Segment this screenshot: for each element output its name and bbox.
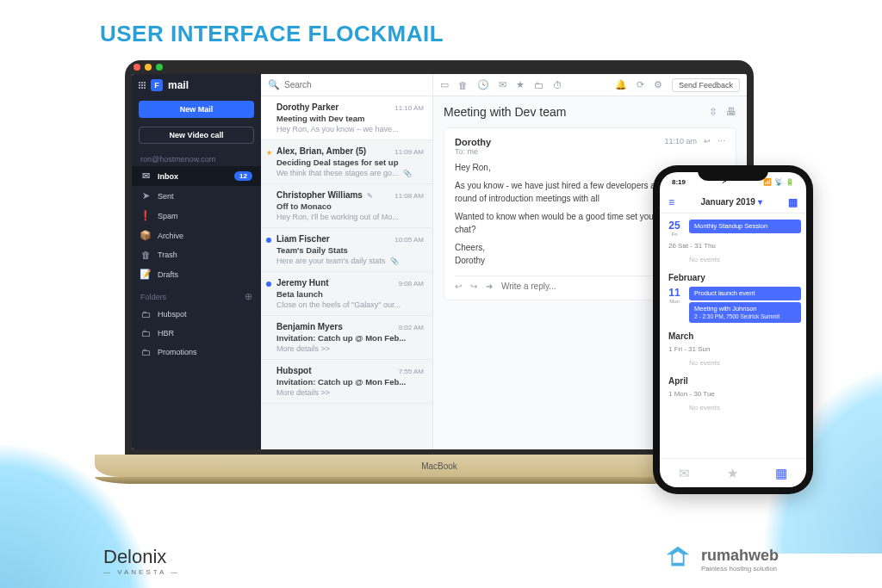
no-events-label: No events [660,252,806,269]
sent-icon: ➤ [140,190,151,201]
edit-icon: ✎ [365,192,373,200]
calendar-range: 1 Fri - 31 Sun [660,343,806,356]
rumahweb-icon [662,543,694,576]
signal-icon: 📶 [763,178,772,186]
bell-icon[interactable]: 🔔 [615,79,627,90]
no-events-label: No events [660,400,806,417]
expand-icon[interactable]: ⇳ [709,106,717,118]
star-icon: ★ [266,149,272,157]
message-item[interactable]: Dorothy Parker11:10 AM Meeting with Dev … [261,96,432,140]
no-events-label: No events [660,356,806,372]
trash-icon: 🗑 [140,250,151,260]
search-icon: 🔍 [268,79,280,90]
archive-icon: 📦 [140,230,151,241]
sidebar: F mail New Mail New Video call ron@hostm… [132,74,261,449]
message-time: 11:10 am [664,137,697,145]
reply-all-icon[interactable]: ↪ [470,282,477,291]
add-folder-icon[interactable]: ⊕ [245,291,252,302]
new-video-call-button[interactable]: New Video call [139,127,254,144]
phone-bottom-nav: ✉ ★ ▦ [660,458,806,487]
menu-icon[interactable]: ≡ [668,196,674,208]
calendar-range: 1 Mon - 30 Tue [660,387,806,400]
nav-star-icon[interactable]: ★ [727,466,738,481]
reply-icon[interactable]: ↩ [704,137,711,145]
sidebar-item-drafts[interactable]: 📝Drafts [132,264,261,284]
calendar-month-header: April [660,372,806,387]
attachment-icon: 📎 [388,257,398,265]
spam-icon: ❗ [140,210,151,221]
page-title: USER INTERFACE FLOCKMAIL [100,21,444,47]
clock-icon[interactable]: ⏱ [553,80,562,90]
wifi-icon: 📡 [774,178,783,186]
unread-dot-icon [266,238,271,243]
calendar-month-header: February [660,269,806,284]
folder-item[interactable]: 🗀Hubspot [132,305,261,324]
chevron-down-icon[interactable]: ▾ [758,197,762,207]
folder-item[interactable]: 🗀Promotions [132,343,261,362]
message-item[interactable]: Jeremy Hunt9:08 AM Beta launch Close on … [261,272,432,316]
calendar-event[interactable]: Product launch event [689,287,801,300]
delete-icon[interactable]: 🗑 [458,80,468,90]
message-item[interactable]: ★ Alex, Brian, Amber (5)11:09 AM Decidin… [261,140,432,184]
print-icon[interactable]: 🖶 [726,106,736,118]
sidebar-item-trash[interactable]: 🗑Trash [132,245,261,264]
sidebar-item-sent[interactable]: ➤Sent [132,186,261,206]
attachment-icon: 📎 [401,170,411,177]
archive-icon[interactable]: ▭ [440,79,449,90]
search-bar[interactable]: 🔍 [261,74,432,96]
window-traffic-lights [134,64,163,71]
unread-dot-icon [266,282,271,287]
toolbar: ▭ 🗑 🕓 ✉ ★ 🗀 ⏱ 🔔 ⟳ ⚙ Send Feedback [433,74,747,96]
calendar-row[interactable]: 11MonProduct launch eventMeeting with Jo… [660,284,806,327]
reply-action-icon[interactable]: ↩ [455,282,462,291]
forward-icon[interactable]: ➜ [486,282,493,291]
search-input[interactable] [284,80,425,90]
more-icon[interactable]: ⋯ [717,137,725,145]
today-icon[interactable]: ▦ [788,196,798,208]
nav-calendar-icon[interactable]: ▦ [775,466,787,481]
phone-status-bar: 8:19↗ 📶 📡 🔋 [660,172,806,191]
account-label: ron@hostmenow.com [132,148,261,166]
mark-read-icon[interactable]: ✉ [499,79,506,90]
apps-grid-icon[interactable] [139,82,146,89]
star-icon[interactable]: ★ [516,79,525,90]
sidebar-item-inbox[interactable]: ✉Inbox12 [132,166,261,186]
message-subject: Meeting with Dev team [444,105,566,119]
folder-icon[interactable]: 🗀 [534,80,543,90]
message-item[interactable]: Christopher Williams ✎11:08 AM Off to Mo… [261,184,432,228]
inbox-icon: ✉ [140,170,151,182]
folders-header: Folders ⊕ [132,284,261,305]
sidebar-item-archive[interactable]: 📦Archive [132,226,261,245]
send-feedback-button[interactable]: Send Feedback [672,78,740,92]
message-item[interactable]: Hubspot7:55 AM Invitation: Catch up @ Mo… [261,360,432,404]
phone-frame: 8:19↗ 📶 📡 🔋 ≡ January 2019 ▾ ▦ 25FriMont… [653,165,813,494]
calendar-row[interactable]: 25FriMonthly Standup Session [660,217,806,239]
calendar-range: 26 Sat - 31 Thu [660,239,806,252]
footer: Delonix — VANESTA — rumahweb Painless ho… [0,543,882,576]
calendar-event[interactable]: Meeting with Johnson2 - 2:30 PM, 7500 Se… [689,302,801,323]
message-from: Dorothy [455,137,491,147]
refresh-icon[interactable]: ⟳ [637,79,644,90]
calendar-body[interactable]: 25FriMonthly Standup Session26 Sat - 31 … [660,214,806,458]
calendar-header: ≡ January 2019 ▾ ▦ [660,191,806,214]
folder-icon: 🗀 [140,328,151,338]
folder-item[interactable]: 🗀HBR [132,324,261,343]
drafts-icon: 📝 [140,269,151,280]
message-item[interactable]: Liam Fischer10:05 AM Team's Daily Stats … [261,228,432,272]
gear-icon[interactable]: ⚙ [654,79,662,90]
message-item[interactable]: Benjamin Myers8:02 AM Invitation: Catch … [261,316,432,360]
app-brand: F mail [132,74,261,96]
message-list: 🔍 Dorothy Parker11:10 AM Meeting with De… [261,74,433,449]
sidebar-item-spam[interactable]: ❗Spam [132,206,261,226]
snooze-icon[interactable]: 🕓 [477,79,489,90]
rumahweb-logo: rumahweb Painless hosting solution [662,543,779,576]
message-to: To: me [455,147,491,156]
calendar-event[interactable]: Monthly Standup Session [689,220,801,233]
battery-icon: 🔋 [786,178,794,186]
folder-icon: 🗀 [140,309,151,319]
new-mail-button[interactable]: New Mail [139,101,254,118]
calendar-month-header: March [660,327,806,343]
mail-app-icon: F [151,79,163,91]
delonix-logo: Delonix — VANESTA — [103,546,180,576]
nav-mail-icon[interactable]: ✉ [679,466,690,481]
